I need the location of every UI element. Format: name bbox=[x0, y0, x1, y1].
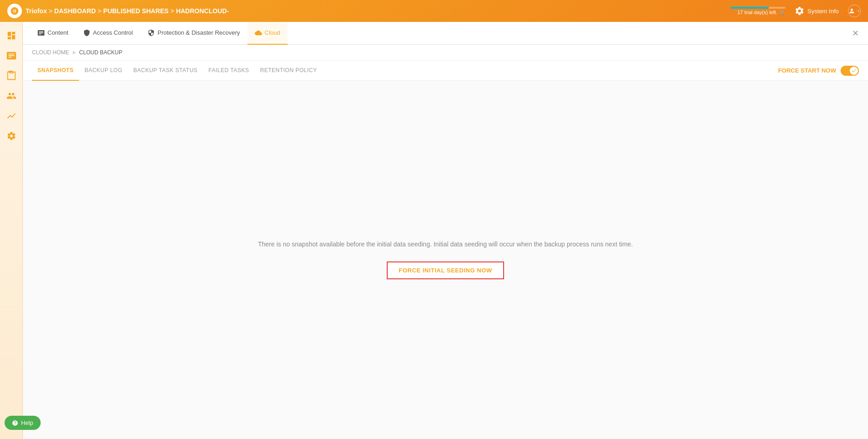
main-content: There is no snapshot available before th… bbox=[23, 81, 868, 439]
force-start-toggle[interactable] bbox=[841, 66, 859, 76]
sidebar-item-dashboard[interactable] bbox=[2, 26, 21, 45]
toggle-knob bbox=[850, 67, 858, 75]
sub-tab-failed-tasks-label: FAILED TASKS bbox=[209, 67, 249, 73]
trial-days-label: 17 trial day(s) left. bbox=[737, 10, 777, 15]
breadcrumb-dashboard[interactable]: DASHBOARD bbox=[54, 7, 96, 15]
content-area: Content Access Control Protection & Disa… bbox=[23, 22, 868, 439]
user-avatar-button[interactable] bbox=[848, 5, 861, 17]
sidebar-item-books[interactable] bbox=[2, 67, 21, 85]
sub-tabs-left: SNAPSHOTS BACKUP LOG BACKUP TASK STATUS … bbox=[32, 61, 322, 81]
tab-cloud[interactable]: Cloud bbox=[247, 22, 288, 45]
sidebar-item-settings[interactable] bbox=[2, 127, 21, 145]
tab-cloud-label: Cloud bbox=[265, 29, 280, 36]
help-label: Help bbox=[21, 419, 33, 426]
sidebar-item-analytics[interactable] bbox=[2, 107, 21, 125]
system-info-button[interactable]: System Info bbox=[794, 6, 839, 16]
sub-tabs-right: FORCE START NOW bbox=[778, 66, 859, 76]
sidebar-item-users[interactable] bbox=[2, 87, 21, 105]
header-breadcrumb: Triofox > DASHBOARD > PUBLISHED SHARES >… bbox=[26, 7, 229, 15]
app-logo bbox=[7, 4, 22, 18]
sub-tab-snapshots[interactable]: SNAPSHOTS bbox=[32, 61, 79, 81]
app-name: Triofox bbox=[26, 7, 47, 15]
sub-tab-retention-policy-label: RETENTION POLICY bbox=[260, 67, 317, 73]
trial-progress-fill bbox=[731, 7, 769, 9]
sidebar bbox=[0, 22, 23, 439]
sub-tab-backup-log[interactable]: BACKUP LOG bbox=[79, 61, 128, 81]
breadcrumb-cloud-home[interactable]: CLOUD HOME bbox=[32, 49, 69, 56]
trial-text-container: 17 trial day(s) left. 🛒 bbox=[737, 10, 785, 16]
trial-progress-bar bbox=[731, 7, 785, 9]
sub-tab-backup-task-status-label: BACKUP TASK STATUS bbox=[133, 67, 198, 73]
sub-tab-retention-policy[interactable]: RETENTION POLICY bbox=[255, 61, 323, 81]
trial-info: 17 trial day(s) left. 🛒 bbox=[731, 7, 785, 16]
empty-state-message: There is no snapshot available before th… bbox=[258, 240, 633, 248]
force-initial-seeding-button[interactable]: FORCE INITIAL SEEDING NOW bbox=[387, 261, 504, 279]
sub-tab-failed-tasks[interactable]: FAILED TASKS bbox=[203, 61, 255, 81]
header-right: 17 trial day(s) left. 🛒 System Info bbox=[731, 5, 861, 17]
tab-content[interactable]: Content bbox=[30, 22, 76, 45]
header: Triofox > DASHBOARD > PUBLISHED SHARES >… bbox=[0, 0, 868, 22]
breadcrumb-current: HADRONCLOUD- bbox=[176, 7, 229, 15]
tab-protection-label: Protection & Disaster Recovery bbox=[158, 29, 240, 36]
sub-tab-snapshots-label: SNAPSHOTS bbox=[37, 67, 74, 73]
cart-icon[interactable]: 🛒 bbox=[779, 10, 785, 16]
close-button[interactable]: ✕ bbox=[850, 26, 861, 40]
sub-tabs: SNAPSHOTS BACKUP LOG BACKUP TASK STATUS … bbox=[23, 61, 868, 81]
sidebar-item-files[interactable] bbox=[2, 47, 21, 65]
tab-bar-left: Content Access Control Protection & Disa… bbox=[30, 22, 288, 45]
sub-tab-backup-log-label: BACKUP LOG bbox=[84, 67, 122, 73]
tab-access-control-label: Access Control bbox=[93, 29, 133, 36]
tab-content-label: Content bbox=[47, 29, 68, 36]
breadcrumb-published-shares[interactable]: PUBLISHED SHARES bbox=[103, 7, 168, 15]
header-left: Triofox > DASHBOARD > PUBLISHED SHARES >… bbox=[7, 4, 229, 18]
breadcrumb: CLOUD HOME ➤ CLOUD BACKUP bbox=[23, 45, 868, 61]
sub-tab-backup-task-status[interactable]: BACKUP TASK STATUS bbox=[128, 61, 203, 81]
tab-protection[interactable]: Protection & Disaster Recovery bbox=[140, 22, 247, 45]
main-layout: Content Access Control Protection & Disa… bbox=[0, 22, 868, 439]
breadcrumb-cloud-backup: CLOUD BACKUP bbox=[79, 49, 122, 56]
system-info-label: System Info bbox=[807, 8, 839, 15]
force-start-label[interactable]: FORCE START NOW bbox=[778, 67, 836, 74]
tab-bar: Content Access Control Protection & Disa… bbox=[23, 22, 868, 45]
tab-access-control[interactable]: Access Control bbox=[76, 22, 140, 45]
help-button[interactable]: Help bbox=[5, 416, 41, 430]
